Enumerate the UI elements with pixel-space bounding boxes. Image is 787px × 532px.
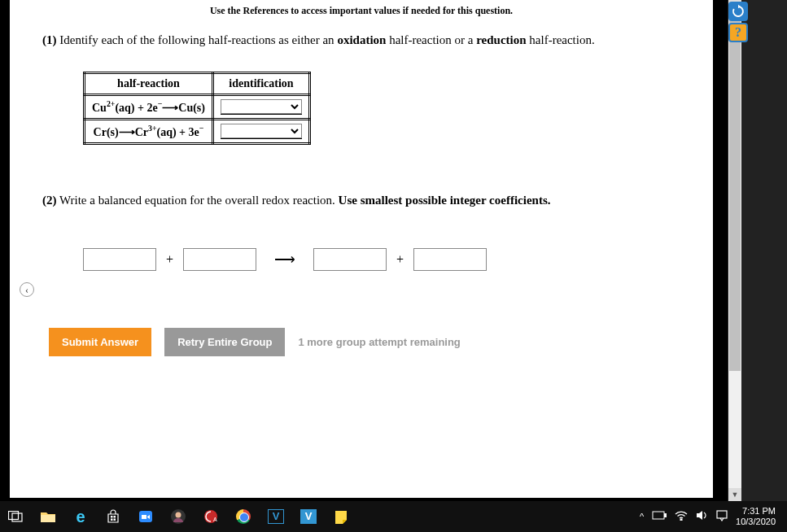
microsoft-store-icon[interactable]	[103, 506, 124, 527]
svg-point-9	[176, 512, 181, 518]
q2-number: (2)	[42, 194, 57, 207]
file-explorer-icon[interactable]	[37, 506, 59, 527]
identification-select-1[interactable]	[221, 99, 302, 114]
references-note: Use the References to access important v…	[10, 0, 713, 33]
refresh-icon[interactable]	[728, 2, 748, 21]
question-panel: Use the References to access important v…	[8, 0, 715, 499]
plus-sign: +	[166, 252, 173, 267]
avatar-app-icon[interactable]	[168, 506, 189, 527]
app-frame: Use the References to access important v…	[0, 0, 728, 501]
notifications-icon[interactable]	[716, 510, 728, 524]
svg-rect-15	[717, 511, 727, 518]
taskbar-clock[interactable]: 7:31 PM 10/3/2020	[736, 506, 782, 527]
app-icon-red[interactable]: A	[200, 506, 221, 527]
expand-handle-icon[interactable]: ‹	[20, 282, 34, 297]
svg-rect-3	[111, 516, 113, 518]
sticky-notes-icon[interactable]	[330, 506, 352, 527]
svg-rect-5	[111, 519, 113, 521]
action-buttons: Submit Answer Retry Entire Group 1 more …	[49, 328, 680, 356]
tray-chevron-icon[interactable]: ^	[640, 512, 644, 521]
zoom-app-icon[interactable]	[135, 506, 156, 527]
visual-studio-icon[interactable]: V	[265, 506, 286, 527]
svg-rect-2	[41, 515, 55, 522]
attempts-remaining: 1 more group attempt remaining	[298, 336, 460, 348]
identification-select-2[interactable]	[221, 124, 302, 138]
svg-rect-0	[9, 512, 19, 520]
edge-browser-icon[interactable]: e	[70, 506, 91, 527]
col-half-reaction: half-reaction	[85, 73, 213, 95]
reaction-2: Cr(s)⟶Cr3+(aq) + 3e−	[85, 120, 213, 144]
scroll-down-icon[interactable]: ▼	[728, 488, 741, 501]
col-identification: identification	[212, 73, 309, 95]
svg-point-14	[680, 519, 682, 521]
svg-rect-13	[665, 514, 667, 517]
volume-icon[interactable]	[696, 510, 708, 523]
svg-rect-6	[114, 519, 116, 521]
product-1-input[interactable]	[313, 248, 387, 271]
svg-rect-4	[114, 516, 116, 518]
visual-studio-code-icon[interactable]: V	[298, 506, 319, 527]
equation-inputs: + ⟶ +	[83, 248, 680, 271]
reactant-1-input[interactable]	[83, 248, 156, 271]
reactant-2-input[interactable]	[183, 248, 256, 271]
svg-text:A: A	[213, 517, 217, 522]
help-icon[interactable]: ?	[728, 23, 748, 42]
half-reaction-table: half-reaction identification Cu2+(aq) + …	[83, 72, 311, 145]
product-2-input[interactable]	[413, 248, 487, 271]
plus-sign: +	[396, 252, 404, 267]
svg-rect-12	[653, 512, 664, 519]
system-tray: ^ 7:31 PM 10/3/2020	[640, 506, 782, 527]
windows-taskbar: e A V V ^ 7	[0, 501, 787, 532]
submit-answer-button[interactable]: Submit Answer	[49, 328, 151, 356]
retry-group-button[interactable]: Retry Entire Group	[164, 328, 285, 356]
svg-rect-1	[12, 513, 22, 521]
vertical-scrollbar[interactable]: ▲ ▼	[728, 0, 741, 501]
table-row: Cr(s)⟶Cr3+(aq) + 3e−	[85, 120, 310, 144]
q1-number: (1)	[42, 33, 57, 46]
reaction-arrow: ⟶	[266, 251, 304, 268]
wifi-icon[interactable]	[675, 511, 688, 523]
question-2-prompt: (2) Write a balanced equation for the ov…	[42, 194, 680, 207]
question-1-prompt: (1) Identify each of the following half-…	[42, 33, 680, 47]
reaction-1: Cu2+(aq) + 2e−⟶Cu(s)	[85, 95, 213, 120]
battery-icon[interactable]	[652, 511, 667, 522]
scroll-thumb[interactable]	[729, 13, 741, 371]
chrome-icon[interactable]	[233, 506, 254, 527]
table-row: Cu2+(aq) + 2e−⟶Cu(s)	[85, 95, 310, 120]
task-view-icon[interactable]	[5, 506, 26, 527]
side-tool-icons: ?	[728, 2, 750, 42]
